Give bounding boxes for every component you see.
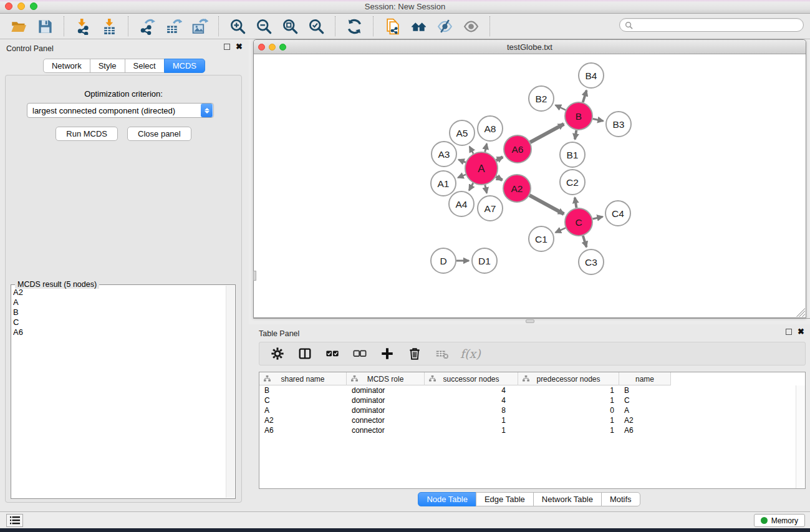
table-close-panel-icon[interactable]: ✖	[798, 329, 804, 335]
graph-edge-B-B1[interactable]	[575, 130, 576, 140]
run-mcds-button[interactable]: Run MCDS	[55, 127, 118, 141]
graph-edge-B-B3[interactable]	[593, 119, 604, 121]
graph-edge-C-C3[interactable]	[583, 236, 587, 247]
refresh-icon[interactable]	[341, 16, 367, 36]
tab-network-table[interactable]: Network Table	[533, 492, 602, 506]
graph-node-label: C2	[566, 177, 579, 188]
export-table-icon[interactable]	[160, 16, 186, 36]
mcds-result-list[interactable]: A2ABCA6	[13, 288, 224, 497]
table-cell: 1	[425, 425, 518, 435]
table-row[interactable]: A2connector11A2	[259, 415, 796, 425]
result-scrollbar[interactable]	[226, 286, 234, 498]
table-cell: A	[259, 405, 347, 415]
memory-button[interactable]: Memory	[754, 514, 805, 527]
criterion-select[interactable]: largest connected component (directed)	[27, 103, 214, 118]
column-label: successor nodes	[443, 375, 499, 384]
tab-mcds[interactable]: MCDS	[164, 59, 205, 73]
table-row[interactable]: Bdominator41B	[259, 385, 796, 395]
graph-node-label: A7	[485, 203, 496, 214]
table-toolbar: f(x)	[259, 342, 806, 365]
splitter-handle-left[interactable]	[253, 271, 256, 281]
column-header-shared-name[interactable]: shared name	[259, 372, 347, 385]
import-table-icon[interactable]	[96, 16, 122, 36]
export-network-icon[interactable]	[134, 16, 160, 36]
horizontal-splitter[interactable]	[249, 318, 810, 324]
table-cell: A2	[259, 415, 347, 425]
graph-edge-C-C4[interactable]	[592, 216, 602, 219]
table-cell: C	[259, 395, 347, 405]
tab-select[interactable]: Select	[125, 59, 165, 73]
table-cell: 1	[425, 415, 518, 425]
optimization-criterion-label: Optimization criterion:	[6, 89, 241, 99]
graph-edge-A-A4[interactable]	[469, 183, 473, 191]
zoom-selected-icon[interactable]	[303, 16, 329, 36]
tab-style[interactable]: Style	[90, 59, 125, 73]
export-image-icon[interactable]	[186, 16, 213, 36]
settings-gear-icon[interactable]	[268, 345, 287, 362]
table-cell: 1	[518, 385, 619, 395]
result-item[interactable]: C	[13, 317, 224, 327]
network-window-titlebar[interactable]: testGlobe.txt	[254, 40, 806, 54]
delete-column-icon[interactable]	[405, 345, 424, 362]
graph-edge-C-C2[interactable]	[575, 198, 577, 208]
search-input[interactable]	[636, 21, 798, 29]
graph-edge-C-C1[interactable]	[556, 228, 566, 232]
show-graphics-icon[interactable]	[458, 16, 484, 36]
import-group	[64, 16, 128, 36]
close-panel-icon[interactable]: ✖	[236, 44, 243, 50]
table-row[interactable]: Adominator80A	[259, 405, 796, 415]
float-panel-icon[interactable]	[224, 44, 230, 50]
zoom-fit-icon[interactable]	[277, 16, 303, 36]
graph-node-label: A8	[485, 123, 496, 134]
table-row[interactable]: Cdominator41C	[259, 395, 796, 405]
column-header-successor-nodes[interactable]: successor nodes	[425, 372, 518, 385]
graph-edge-A-A2[interactable]	[496, 177, 503, 180]
select-all-icon[interactable]	[323, 345, 342, 362]
result-item[interactable]: A2	[13, 288, 224, 297]
zoom-out-icon[interactable]	[251, 16, 277, 36]
column-view-icon[interactable]	[296, 345, 314, 362]
network-canvas[interactable]: AA6A2BCA5A8A3A1A4A7B2B4B3B1C2C4C1C3DD1	[254, 54, 806, 317]
graph-edge-A6-B[interactable]	[530, 124, 564, 142]
add-column-icon[interactable]	[378, 345, 397, 362]
window-resize-grip[interactable]	[796, 308, 805, 317]
result-item[interactable]: A	[13, 297, 224, 307]
column-header-predecessor-nodes[interactable]: predecessor nodes	[518, 372, 619, 385]
hide-graphics-icon[interactable]	[432, 16, 458, 36]
deselect-all-icon[interactable]	[350, 345, 369, 362]
graph-edge-A-A5[interactable]	[470, 147, 473, 153]
tab-network[interactable]: Network	[43, 59, 90, 73]
graph-edge-A-A1[interactable]	[458, 175, 466, 178]
tab-edge-table[interactable]: Edge Table	[476, 492, 534, 506]
tab-motifs[interactable]: Motifs	[601, 492, 640, 506]
table-float-panel-icon[interactable]	[786, 329, 792, 335]
graph-edge-A-A7[interactable]	[485, 185, 487, 193]
table-row[interactable]: A6connector11A6	[259, 425, 796, 435]
graph-edge-B-B4[interactable]	[583, 90, 587, 102]
open-session-button[interactable]	[6, 16, 32, 36]
column-header-name[interactable]: name	[619, 372, 671, 385]
application-window: Session: New Session	[0, 0, 810, 532]
table-scrollbar[interactable]	[796, 385, 805, 488]
graph-edge-A-A3[interactable]	[458, 160, 465, 162]
graph-edge-B-B2[interactable]	[556, 105, 566, 110]
result-item[interactable]: A6	[13, 327, 224, 337]
zoom-in-icon[interactable]	[224, 16, 251, 36]
table-cell: dominator	[347, 405, 425, 415]
table-cell: 4	[425, 395, 518, 405]
splitter-handle[interactable]	[526, 319, 534, 323]
clone-network-icon[interactable]	[379, 16, 405, 36]
graph-edge-A-A8[interactable]	[485, 143, 487, 152]
result-item[interactable]: B	[13, 307, 224, 317]
task-history-button[interactable]	[6, 514, 23, 527]
import-network-icon[interactable]	[70, 16, 96, 36]
save-session-button[interactable]	[32, 16, 58, 36]
graph-edge-A2-C[interactable]	[529, 195, 564, 214]
hierarchy-icon	[264, 375, 271, 382]
close-panel-button[interactable]: Close panel	[127, 127, 191, 141]
graph-edge-A-A6[interactable]	[496, 157, 503, 161]
tab-node-table[interactable]: Node Table	[418, 492, 476, 506]
home-view-icon[interactable]	[405, 16, 432, 36]
column-header-MCDS-role[interactable]: MCDS role	[347, 372, 425, 385]
search-field[interactable]	[619, 18, 804, 32]
